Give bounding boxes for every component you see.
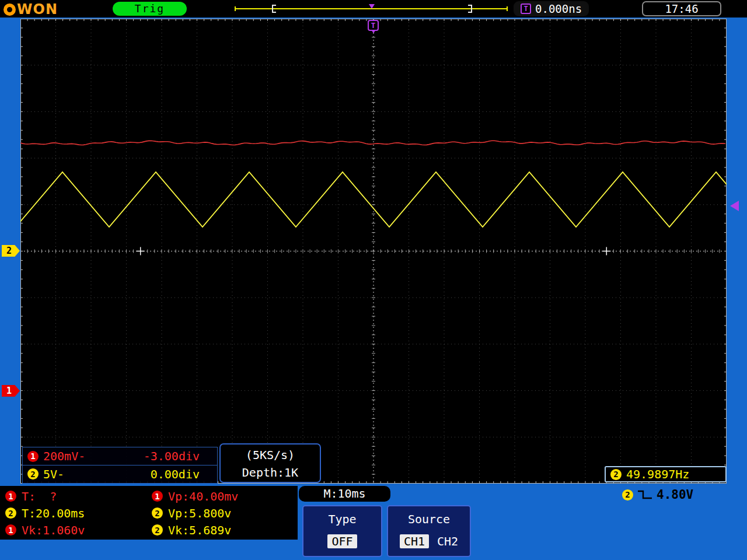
channel2-position-marker[interactable]: 2 xyxy=(2,245,20,257)
frequency-counter: 2 49.9897Hz xyxy=(605,466,727,482)
trigger-level-readout: 2 4.80V xyxy=(622,487,693,502)
channel1-position-marker[interactable]: 1 xyxy=(2,385,20,397)
meas-ch1-vp: 1Vp:40.00mv xyxy=(149,489,295,503)
menu-type[interactable]: Type OFF xyxy=(302,505,382,557)
trig-status-badge: Trig xyxy=(113,2,187,16)
measurement-panel: 1T: ?1Vp:40.00mv2T:20.00ms2Vp:5.800v1Vk:… xyxy=(0,486,298,540)
channel-badge: 2 xyxy=(152,508,163,519)
clock: 17:46 xyxy=(642,1,721,16)
channel1-info-row: 1200mV--3.00div xyxy=(23,447,217,465)
menu-source-label: Source xyxy=(408,512,450,526)
meas-ch1-vk: 1Vk:1.060v xyxy=(2,523,149,537)
measurement-row: 1Vk:1.060v2Vk:5.689v xyxy=(2,522,295,538)
source-option-ch2[interactable]: CH2 xyxy=(437,534,458,548)
channel-badge: 1 xyxy=(27,451,39,462)
scope-display xyxy=(20,19,727,484)
menu-source[interactable]: Source CH1CH2 xyxy=(387,505,471,557)
channel1-offset: -3.00div xyxy=(144,449,200,463)
measurement-row: 1T: ?1Vp:40.00mv xyxy=(2,488,295,505)
hpos-right-end-tick xyxy=(507,6,508,11)
owon-logo: WON xyxy=(4,1,58,18)
meas-ch2-vk: 2Vk:5.689v xyxy=(149,523,295,537)
trigger-position-marker[interactable]: T xyxy=(368,20,379,31)
channel-badge: 2 xyxy=(152,524,163,536)
channel-badge: 1 xyxy=(152,491,163,502)
owon-logo-text: WON xyxy=(17,1,58,18)
trigger-time-readout: T 0.000ns xyxy=(514,1,589,16)
channel2-info-row: 25V-0.00div xyxy=(23,465,217,482)
acquisition-info-box: (5KS/s) Depth:1K xyxy=(219,443,321,483)
sample-rate: (5KS/s) xyxy=(221,446,320,464)
hpos-left-end-tick xyxy=(235,6,236,11)
channel-badge: 1 xyxy=(5,524,16,536)
menu-type-options: OFF xyxy=(327,534,357,548)
type-option-off[interactable]: OFF xyxy=(327,534,357,548)
measurement-value: T:20.00ms xyxy=(22,506,85,520)
channel-badge: 1 xyxy=(5,491,16,502)
channel1-scale: 200mV- xyxy=(43,449,85,463)
meas-ch1-t: 1T: ? xyxy=(2,489,149,503)
record-depth: Depth:1K xyxy=(221,464,320,481)
channel-badge: 2 xyxy=(27,468,39,480)
trigger-t-icon: T xyxy=(521,4,531,14)
source-option-ch1[interactable]: CH1 xyxy=(400,534,429,548)
owon-logo-o-icon xyxy=(4,4,16,16)
channel-badge: 2 xyxy=(622,489,633,501)
timebase-readout: M:10ms xyxy=(299,486,390,502)
meas-ch2-t: 2T:20.00ms xyxy=(2,506,149,520)
channel-badge: 2 xyxy=(5,508,16,519)
channel2-offset: 0.00div xyxy=(151,467,200,481)
hpos-trigger-marker-icon[interactable] xyxy=(369,4,375,9)
trigger-level-value: 4.80V xyxy=(657,488,693,502)
measurement-value: Vk:1.060v xyxy=(22,523,85,537)
horizontal-position-indicator[interactable] xyxy=(235,4,508,14)
channel-info-panel: 1200mV--3.00div25V-0.00div xyxy=(22,447,218,484)
meas-ch2-vp: 2Vp:5.800v xyxy=(149,506,295,520)
trigger-position-marker-label: T xyxy=(371,21,376,30)
measurement-row: 2T:20.00ms2Vp:5.800v xyxy=(2,505,295,522)
measurement-value: Vk:5.689v xyxy=(168,523,231,537)
trigger-level-arrow-icon[interactable] xyxy=(730,201,739,211)
top-status-bar: WON Trig T 0.000ns 17:46 xyxy=(0,0,747,18)
channel-badge: 2 xyxy=(610,469,622,480)
measurement-value: Vp:5.800v xyxy=(168,506,231,520)
frequency-value: 49.9897Hz xyxy=(626,467,689,481)
hpos-window-bracket-left xyxy=(272,5,276,13)
menu-source-options: CH1CH2 xyxy=(400,534,458,548)
trigger-time-value: 0.000ns xyxy=(535,2,582,15)
measurement-value: T: ? xyxy=(22,489,57,503)
menu-type-label: Type xyxy=(328,512,356,526)
graticule xyxy=(20,19,727,484)
channel2-scale: 5V- xyxy=(43,467,64,481)
measurement-value: Vp:40.00mv xyxy=(168,489,238,503)
hpos-window-bracket-right xyxy=(468,5,472,13)
falling-edge-icon xyxy=(637,489,652,501)
